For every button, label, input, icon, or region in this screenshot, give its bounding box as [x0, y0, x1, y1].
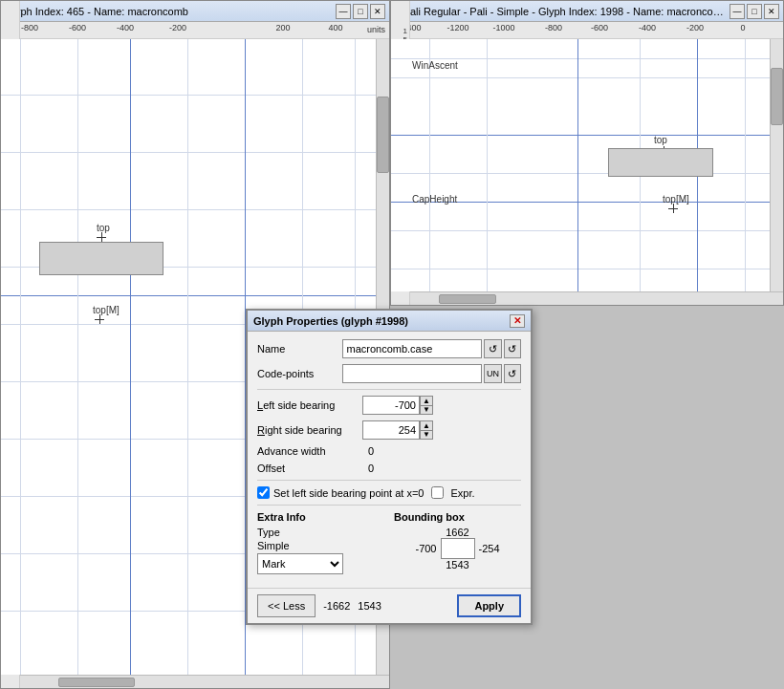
codepoints-input[interactable]	[342, 364, 482, 383]
r-grid-h	[391, 269, 770, 269]
lsb-row: Left side bearing ▲ ▼	[257, 396, 521, 415]
left-maximize-btn[interactable]: □	[353, 4, 368, 19]
right-scrollbar-v[interactable]	[770, 39, 783, 291]
ruler-units-label: units	[367, 25, 385, 34]
ruler-tick-label: 400	[328, 23, 342, 32]
expr-label: Expr.	[450, 487, 474, 499]
name-btn-2[interactable]: ↺	[504, 339, 521, 358]
grid-v	[77, 39, 78, 675]
bbox-top: 1662	[446, 527, 468, 538]
ruler-tick-label: -800	[21, 23, 38, 32]
rsb-down-arrow[interactable]: ▼	[420, 430, 433, 440]
bbox-left: -700	[415, 543, 436, 554]
right-ruler-label: -600	[591, 23, 608, 32]
right-ruler-label: -400	[639, 23, 656, 32]
ruler-tick-label: 200	[275, 23, 290, 32]
lsb-label: Left side bearing	[257, 399, 362, 411]
type-select[interactable]: Mark	[257, 553, 343, 574]
right-scrollbar-thumb-v[interactable]	[771, 68, 783, 125]
dialog-close-btn[interactable]: ✕	[510, 314, 525, 328]
right-top-m-cross	[668, 204, 678, 213]
extra-info-title: Extra Info	[257, 511, 384, 523]
bbox-title: Bounding box	[394, 511, 521, 523]
glyph-rect-left[interactable]	[39, 242, 163, 275]
less-btn[interactable]: << Less	[257, 594, 316, 617]
right-ruler-label: -800	[545, 23, 562, 32]
ruler-tick-label: -200	[169, 23, 186, 32]
left-scrollbar-h[interactable]	[1, 675, 389, 688]
rsb-input[interactable]	[362, 420, 420, 440]
offset-row: Offset 0	[257, 463, 521, 474]
r-grid-h-blue	[391, 135, 770, 136]
lsb-input[interactable]	[362, 396, 420, 415]
r-grid-v	[745, 39, 746, 291]
glyph-properties-dialog: Glyph Properties (glyph #1998) ✕ Name ↺ …	[246, 309, 533, 625]
rsb-up-arrow[interactable]: ▲	[420, 420, 433, 430]
win-ascent-label: WinAscent	[412, 60, 458, 71]
extra-info-panel: Extra Info Type Simple Mark	[257, 511, 384, 574]
right-window-controls: — □ ✕	[730, 4, 779, 19]
rsb-label: Right side bearing	[257, 424, 362, 436]
bbox-middle: -700 -254	[415, 538, 499, 559]
bbox-container: 1662 -700 -254 1543	[394, 527, 521, 571]
advance-row: Advance width 0	[257, 445, 521, 457]
left-minimize-btn[interactable]: —	[336, 4, 351, 19]
right-minimize-btn[interactable]: —	[730, 4, 745, 19]
right-close-btn[interactable]: ✕	[764, 4, 779, 19]
top-cross	[97, 232, 106, 242]
r-grid-v-blue	[577, 39, 578, 291]
footer-val-2: 1543	[358, 600, 381, 612]
checkbox-row: Set left side bearing point at x=0 Expr.	[257, 486, 521, 499]
un-btn[interactable]: UN	[484, 364, 501, 383]
name-btn-1[interactable]: ↺	[484, 339, 501, 358]
right-ruler-label: -1000	[492, 23, 514, 32]
dialog-titlebar: Glyph Properties (glyph #1998) ✕	[248, 311, 531, 332]
lsb-checkbox-label: Set left side bearing point at x=0	[273, 487, 424, 499]
right-top-label: top	[654, 135, 667, 145]
name-row: Name ↺ ↺	[257, 339, 521, 358]
grid-v	[20, 39, 21, 675]
type-label: Type	[257, 527, 384, 538]
expr-group: Expr.	[431, 486, 474, 499]
right-ruler-h: -1400 -1200 -1000 -800 -600 -400 -200 0	[391, 22, 783, 39]
extra-section: Extra Info Type Simple Mark Bounding box…	[257, 511, 521, 574]
ruler-tick-label: -600	[69, 23, 86, 32]
left-scrollbar-thumb-h[interactable]	[58, 678, 135, 687]
name-input[interactable]	[342, 339, 482, 358]
codepoints-label: Code-points	[257, 368, 342, 379]
lsb-down-arrow[interactable]: ▼	[420, 405, 433, 415]
right-scrollbar-h[interactable]	[391, 291, 783, 305]
grid-v	[187, 39, 188, 675]
bbox-rect	[441, 538, 475, 559]
right-ruler-label: -200	[686, 23, 704, 32]
grid-h-blue	[1, 295, 376, 296]
top-m-cross	[95, 314, 104, 324]
expr-checkbox[interactable]	[431, 486, 444, 499]
r-grid-v	[487, 39, 488, 291]
glyph-rect-right[interactable]	[608, 148, 713, 177]
dialog-body: Name ↺ ↺ Code-points UN ↺ Left side bear…	[248, 332, 531, 588]
right-ruler-label: -1200	[446, 23, 468, 32]
lsb-checkbox[interactable]	[257, 486, 270, 499]
apply-btn[interactable]: Apply	[457, 594, 521, 617]
codepoints-row: Code-points UN ↺	[257, 364, 521, 383]
advance-label: Advance width	[257, 445, 362, 457]
divider-3	[257, 505, 521, 506]
right-window-title: ♦ Pali Regular - Pali - Simple - Glyph I…	[395, 6, 730, 17]
rsb-row: Right side bearing ▲ ▼	[257, 420, 521, 440]
lsb-spinbox: ▲ ▼	[362, 396, 433, 415]
code-btn-2[interactable]: ↺	[504, 364, 521, 383]
dialog-title: Glyph Properties (glyph #1998)	[253, 315, 408, 327]
left-window-controls: — □ ✕	[336, 4, 385, 19]
left-close-btn[interactable]: ✕	[370, 4, 385, 19]
lsb-up-arrow[interactable]: ▲	[420, 396, 433, 405]
name-label: Name	[257, 343, 342, 355]
r-grid-h	[391, 77, 770, 78]
divider-1	[257, 389, 521, 390]
grid-v-blue	[130, 39, 131, 675]
right-canvas[interactable]: WinAscent top CapHeight top[M] x-Height	[391, 39, 770, 291]
right-scrollbar-thumb-h[interactable]	[439, 294, 496, 304]
right-maximize-btn[interactable]: □	[747, 4, 762, 19]
left-scrollbar-thumb-v[interactable]	[377, 97, 389, 173]
dialog-footer: << Less -1662 1543 Apply	[248, 588, 531, 623]
